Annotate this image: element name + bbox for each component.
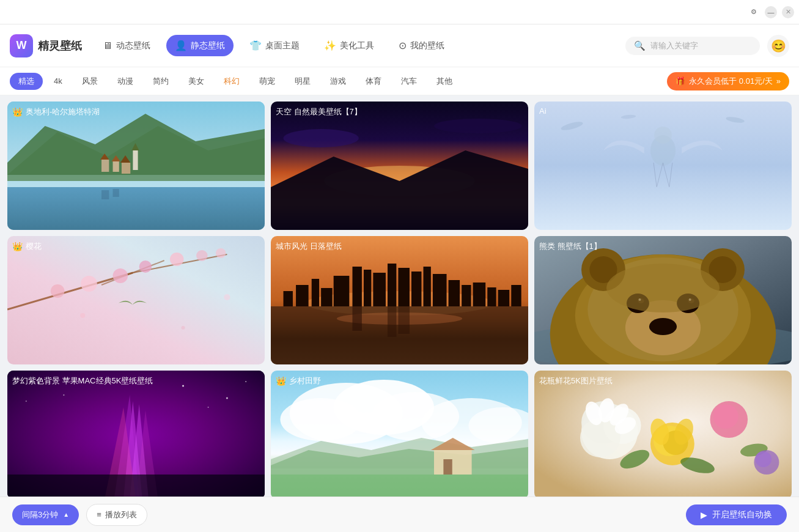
sparkle-icon: ✨ (324, 40, 336, 51)
circle-icon: ⊙ (399, 40, 407, 51)
svg-point-17 (284, 129, 359, 147)
cat-pets[interactable]: 萌宠 (251, 73, 284, 90)
svg-rect-3 (7, 187, 265, 230)
svg-rect-47 (364, 270, 371, 306)
cat-scifi[interactable]: 科幻 (215, 73, 248, 90)
interval-label: 间隔3分钟 (22, 509, 58, 520)
svg-rect-49 (388, 264, 396, 306)
nav-mywallpaper-label: 我的壁纸 (410, 40, 444, 51)
svg-point-95 (226, 397, 228, 399)
cat-cars[interactable]: 汽车 (392, 73, 425, 90)
up-arrow-icon: ▲ (63, 511, 69, 518)
cat-other[interactable]: 其他 (428, 73, 461, 90)
svg-rect-98 (7, 475, 265, 497)
card-label-flowers: 花瓶鲜花5K图片壁纸 (539, 375, 613, 386)
svg-rect-55 (462, 285, 471, 306)
svg-point-33 (81, 276, 97, 292)
svg-rect-64 (398, 306, 409, 334)
nav-desktop[interactable]: 👕 桌面主题 (241, 35, 308, 56)
wallpaper-card-flowers[interactable]: 花瓶鲜花5K图片壁纸 (534, 371, 792, 497)
nav-mywallpaper[interactable]: ⊙ 我的壁纸 (390, 35, 453, 56)
avatar-button[interactable]: 😊 (767, 35, 789, 57)
svg-rect-108 (434, 450, 472, 475)
svg-rect-63 (388, 306, 396, 337)
svg-rect-10 (133, 150, 138, 170)
svg-point-32 (196, 250, 207, 261)
svg-point-127 (713, 404, 738, 429)
svg-rect-43 (312, 279, 319, 306)
svg-rect-25 (7, 236, 265, 364)
playlist-button[interactable]: ≡ 播放列表 (86, 504, 147, 526)
search-input[interactable] (650, 41, 751, 50)
svg-point-29 (113, 268, 128, 283)
svg-rect-42 (296, 285, 309, 306)
category-bar: 精选 4k 风景 动漫 简约 美女 科幻 萌宠 明星 游戏 体育 汽车 其他 🎁… (0, 67, 799, 95)
card-label-austria: 👑 奥地利-哈尔施塔特湖 (12, 106, 100, 117)
card-label-city: 城市风光 日落壁纸 (276, 241, 342, 252)
wallpaper-card-sky[interactable]: 天空 自然最美壁纸【7】 (271, 102, 528, 230)
nav-beauty-label: 美化工具 (340, 40, 374, 51)
svg-point-102 (280, 398, 361, 441)
gift-icon: 🎁 (676, 76, 685, 86)
titlebar: ⚙ — ✕ (0, 0, 799, 24)
autochange-button[interactable]: ▶ 开启壁纸自动换 (686, 504, 787, 525)
svg-point-30 (139, 260, 152, 273)
cat-4k[interactable]: 4k (45, 73, 71, 89)
wallpaper-card-austria[interactable]: 👑 奥地利-哈尔施塔特湖 (7, 102, 265, 230)
minimize-button[interactable]: — (765, 6, 777, 18)
nav-static[interactable]: 👤 静态壁纸 (166, 35, 234, 56)
search-bar[interactable]: 🔍 (625, 37, 760, 55)
wallpaper-card-rural[interactable]: 👑 乡村田野 (271, 371, 528, 497)
svg-point-24 (654, 127, 672, 144)
svg-point-18 (434, 119, 522, 133)
promo-text: 永久会员低于 0.01元/天 (689, 76, 773, 87)
cat-sports[interactable]: 体育 (357, 73, 390, 90)
svg-point-31 (170, 253, 184, 266)
cat-simple[interactable]: 简约 (144, 73, 177, 90)
user-icon: 👤 (175, 40, 187, 51)
playlist-icon: ≡ (97, 510, 101, 519)
svg-point-96 (63, 394, 64, 396)
cat-anime[interactable]: 动漫 (109, 73, 142, 90)
cat-celebrity[interactable]: 明星 (286, 73, 319, 90)
svg-rect-13 (113, 189, 119, 197)
close-button[interactable]: ✕ (782, 6, 794, 18)
svg-rect-111 (271, 475, 528, 497)
header: W 精灵壁纸 🖥 动态壁纸 👤 静态壁纸 👕 桌面主题 ✨ 美化工具 ⊙ 我的壁… (0, 24, 799, 67)
svg-point-82 (606, 264, 720, 312)
nav-beauty[interactable]: ✨ 美化工具 (315, 35, 383, 56)
svg-point-35 (216, 248, 226, 258)
cat-beauty[interactable]: 美女 (180, 73, 213, 90)
card-label-rural: 👑 乡村田野 (276, 375, 321, 386)
svg-rect-8 (122, 163, 130, 174)
settings-button[interactable]: ⚙ (748, 6, 760, 18)
interval-button[interactable]: 间隔3分钟 ▲ (12, 504, 79, 525)
wallpaper-card-city[interactable]: 城市风光 日落壁纸 (271, 236, 528, 364)
wallpaper-card-bear[interactable]: 熊类 熊壁纸【1】 (534, 236, 792, 364)
cat-games[interactable]: 游戏 (322, 73, 355, 90)
promo-banner[interactable]: 🎁 永久会员低于 0.01元/天 » (667, 72, 789, 91)
svg-rect-54 (449, 280, 460, 306)
card-label-anime: Ai (539, 106, 547, 116)
svg-rect-58 (498, 290, 509, 306)
wallpaper-card-purple[interactable]: 梦幻紫色背景 苹果MAC经典5K壁纸壁纸 (7, 371, 265, 497)
card-label-sky: 天空 自然最美壁纸【7】 (276, 106, 362, 117)
play-icon: ▶ (701, 510, 707, 520)
cat-featured[interactable]: 精选 (10, 73, 43, 90)
wallpaper-card-cherry[interactable]: 👑 樱花 (7, 236, 265, 364)
svg-rect-57 (487, 287, 496, 306)
svg-point-97 (208, 407, 209, 408)
svg-point-34 (51, 284, 65, 298)
card-label-cherry: 👑 樱花 (12, 241, 42, 252)
svg-rect-6 (113, 161, 119, 172)
bottom-left-controls: 间隔3分钟 ▲ ≡ 播放列表 (12, 504, 147, 526)
svg-point-93 (245, 381, 246, 382)
promo-arrow: » (776, 76, 781, 86)
wallpaper-card-anime[interactable]: Ai (534, 102, 792, 230)
svg-point-132 (755, 451, 771, 467)
autochange-label: 开启壁纸自动换 (712, 509, 772, 520)
card-label-bear: 熊类 熊壁纸【1】 (539, 241, 602, 252)
nav-dynamic[interactable]: 🖥 动态壁纸 (94, 35, 159, 56)
cat-scenery[interactable]: 风景 (73, 73, 106, 90)
tshirt-icon: 👕 (249, 40, 262, 51)
